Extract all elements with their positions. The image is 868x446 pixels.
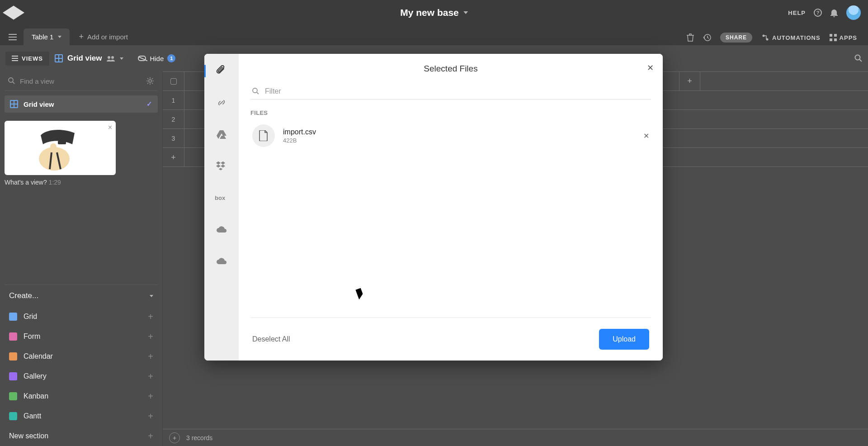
- source-tab-google-drive[interactable]: [213, 126, 230, 142]
- source-tab-cloud-1[interactable]: [213, 221, 230, 237]
- source-tab-dropbox[interactable]: [213, 158, 230, 174]
- link-icon: [216, 97, 227, 108]
- files-heading: FILES: [250, 109, 651, 116]
- dropbox-icon: [216, 161, 227, 171]
- remove-file-icon[interactable]: ✕: [643, 132, 649, 140]
- cloud-icon: [216, 225, 227, 233]
- upload-button[interactable]: Upload: [599, 329, 649, 350]
- source-tab-device[interactable]: [213, 63, 230, 79]
- filter-row: [250, 84, 651, 100]
- mouse-cursor: [357, 289, 363, 298]
- file-meta: import.csv 422B: [283, 128, 316, 144]
- modal-title: Selected Files: [424, 64, 477, 74]
- modal-main: Selected Files ✕ FILES import.csv 422B ✕…: [239, 54, 663, 361]
- google-drive-icon: [216, 129, 227, 139]
- modal-footer: Deselect All Upload: [250, 318, 651, 361]
- file-row[interactable]: import.csv 422B ✕: [250, 121, 651, 151]
- file-name: import.csv: [283, 128, 316, 136]
- close-icon[interactable]: ✕: [647, 63, 654, 73]
- svg-text:box: box: [215, 195, 226, 201]
- source-tab-cloud-2[interactable]: [213, 253, 230, 269]
- source-tab-link[interactable]: [213, 95, 230, 111]
- source-tab-box[interactable]: box: [213, 190, 230, 206]
- upload-source-tabs: box: [204, 54, 239, 361]
- paperclip-icon: [216, 65, 227, 77]
- file-upload-modal: box Selected Files ✕ FILES import.csv 42…: [204, 54, 663, 361]
- file-size: 422B: [283, 137, 316, 144]
- modal-header: Selected Files ✕: [239, 54, 663, 84]
- deselect-all-button[interactable]: Deselect All: [252, 335, 290, 343]
- cloud-icon: [216, 257, 227, 265]
- file-icon: [252, 124, 275, 147]
- filter-input[interactable]: [265, 87, 649, 95]
- svg-point-16: [253, 88, 257, 93]
- search-icon: [252, 88, 259, 95]
- box-icon: box: [215, 194, 228, 201]
